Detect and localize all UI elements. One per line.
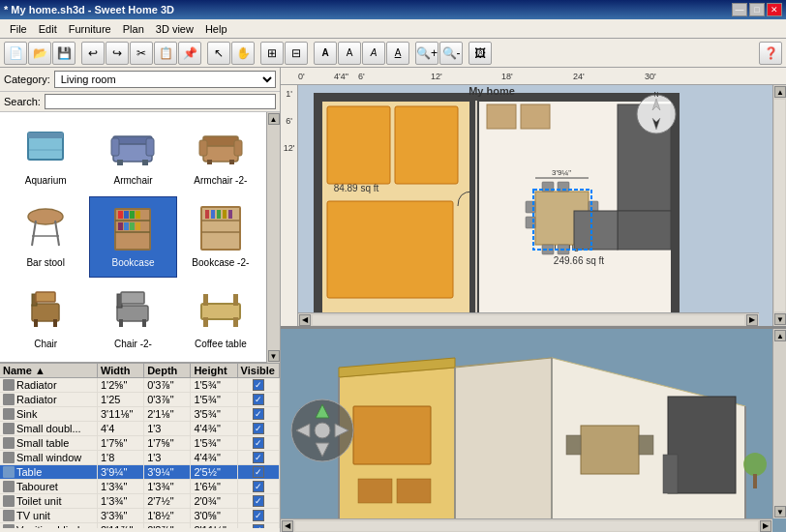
menu-item-plan[interactable]: Plan: [117, 22, 150, 36]
svg-line-16: [32, 221, 36, 246]
3d-h-scrollbar[interactable]: ◀ ▶: [281, 518, 772, 532]
copy-button[interactable]: 📋: [154, 42, 177, 65]
visibility-checkbox[interactable]: [253, 423, 264, 434]
table-row[interactable]: Small window 1'8 1'3 4'4¾": [0, 451, 280, 465]
furniture-item-armchair2[interactable]: Armchair -2-: [177, 114, 264, 196]
table-row[interactable]: TV unit 3'3⅜" 1'8½" 3'0⅝": [0, 509, 280, 523]
visibility-checkbox[interactable]: [253, 408, 264, 420]
furniture-item-aquarium[interactable]: Aquarium: [2, 114, 89, 196]
floorplan-canvas[interactable]: 84.89 sq ft Bedroom #1 Living room 249.6…: [298, 85, 772, 326]
visibility-checkbox[interactable]: [253, 379, 264, 391]
minimize-button[interactable]: —: [732, 3, 747, 16]
visibility-checkbox[interactable]: [253, 481, 264, 492]
visibility-checkbox[interactable]: [253, 452, 264, 463]
table-row[interactable]: Venitian blind 2'11⅞" 0'3⅞" 2'11¼": [0, 523, 280, 528]
3d-view[interactable]: ▲ ▼ ◀ ▶: [281, 329, 786, 532]
select-tool[interactable]: ↖: [207, 42, 230, 65]
visibility-checkbox[interactable]: [253, 437, 264, 449]
undo-button[interactable]: ↩: [81, 42, 105, 65]
ruler-mark-0: 0': [298, 72, 305, 81]
help-button[interactable]: ❓: [759, 42, 782, 65]
svg-rect-50: [233, 317, 238, 327]
svg-rect-7: [117, 160, 123, 165]
menu-item-edit[interactable]: Edit: [33, 22, 63, 36]
furniture-item-barstool[interactable]: Bar stool: [2, 196, 89, 279]
furniture-item-chair2[interactable]: Chair -2-: [89, 278, 176, 360]
close-button[interactable]: ✕: [767, 3, 782, 16]
cell-visible[interactable]: [238, 465, 280, 479]
cell-visible[interactable]: [238, 480, 280, 493]
add-wall-tool[interactable]: ⊞: [260, 42, 284, 65]
v-scrollbar[interactable]: ▲ ▼: [772, 85, 786, 326]
furniture-item-armchair[interactable]: Armchair: [89, 114, 176, 196]
cell-visible[interactable]: [238, 393, 280, 406]
armchair-icon: [106, 119, 160, 173]
text-tool-1[interactable]: A: [314, 42, 337, 65]
cell-visible[interactable]: [238, 451, 280, 464]
svg-rect-97: [353, 406, 431, 464]
zoom-in-button[interactable]: 🔍+: [415, 42, 438, 65]
col-depth[interactable]: Depth: [144, 364, 191, 377]
col-name[interactable]: Name ▲: [0, 364, 98, 377]
search-input[interactable]: [45, 94, 276, 109]
floorplan-view[interactable]: 0' 6' 12' 18' 24' 30' 4'4" 1' 6' 12': [281, 68, 786, 329]
save-button[interactable]: 💾: [52, 42, 76, 65]
row-icon: [3, 423, 15, 434]
cell-depth: 3'9¼": [144, 465, 191, 479]
furniture-item-bookcase[interactable]: Bookcase: [89, 196, 176, 279]
svg-text:N: N: [653, 91, 658, 98]
add-room-tool[interactable]: ⊟: [285, 42, 308, 65]
col-width[interactable]: Width: [98, 364, 144, 377]
category-select[interactable]: Living room Bedroom Kitchen Bathroom: [54, 71, 276, 88]
col-height[interactable]: Height: [191, 364, 237, 377]
menu-item-3d-view[interactable]: 3D view: [150, 22, 199, 36]
table-row[interactable]: Sink 3'11⅛" 2'1⅛" 3'5¾": [0, 407, 280, 422]
furniture-scrollbar[interactable]: ▲ ▼: [266, 112, 280, 363]
new-button[interactable]: 📄: [4, 42, 27, 65]
cell-visible[interactable]: [238, 494, 280, 508]
text-tool-3[interactable]: A: [362, 42, 385, 65]
cell-visible[interactable]: [238, 509, 280, 522]
table-row[interactable]: Radiator 1'25 0'3⅞" 1'5¾": [0, 393, 280, 407]
pan-tool[interactable]: ✋: [231, 42, 255, 65]
table-row[interactable]: Small table 1'7⅝" 1'7⅝" 1'5¾": [0, 436, 280, 451]
svg-rect-40: [36, 292, 55, 302]
text-tool-2[interactable]: A: [338, 42, 361, 65]
zoom-out-button[interactable]: 🔍-: [439, 42, 463, 65]
cell-visible[interactable]: [238, 436, 280, 450]
visibility-checkbox[interactable]: [253, 524, 264, 528]
visibility-checkbox[interactable]: [253, 466, 264, 478]
maximize-button[interactable]: □: [749, 3, 765, 16]
paste-button[interactable]: 📌: [178, 42, 201, 65]
text-tool-4[interactable]: A: [386, 42, 409, 65]
col-visible[interactable]: Visible: [238, 364, 280, 377]
svg-rect-41: [34, 319, 38, 327]
table-row[interactable]: Table 3'9¼" 3'9¼" 2'5½": [0, 465, 280, 480]
menu-item-furniture[interactable]: Furniture: [63, 22, 117, 36]
cell-visible[interactable]: [238, 523, 280, 528]
table-row[interactable]: Small doubl... 4'4 1'3 4'4¾": [0, 422, 280, 436]
table-row[interactable]: Toilet unit 1'3¾" 2'7½" 2'0¾": [0, 494, 280, 509]
furniture-item-chair[interactable]: Chair: [2, 278, 89, 360]
redo-button[interactable]: ↪: [106, 42, 129, 65]
3d-view-button[interactable]: 🖼: [469, 42, 492, 65]
table-row[interactable]: Tabouret 1'3¾" 1'3¾" 1'6⅛": [0, 480, 280, 494]
menu-item-file[interactable]: File: [4, 22, 33, 36]
furniture-item-coffeetable[interactable]: Coffee table: [177, 278, 264, 360]
cell-visible[interactable]: [238, 378, 280, 392]
visibility-checkbox[interactable]: [253, 510, 264, 521]
cell-depth: 0'3⅞": [144, 378, 191, 392]
menu-item-help[interactable]: Help: [199, 22, 233, 36]
furniture-item-bookcase2[interactable]: Bookcase -2-: [177, 196, 264, 279]
visibility-checkbox[interactable]: [253, 495, 264, 507]
table-row[interactable]: Radiator 1'2⅝" 0'3⅞" 1'5¾": [0, 378, 280, 393]
visibility-checkbox[interactable]: [253, 394, 264, 405]
cell-visible[interactable]: [238, 422, 280, 435]
cell-visible[interactable]: [238, 407, 280, 421]
dimension-label: 4'4": [334, 72, 348, 81]
h-scrollbar[interactable]: ◀ ▶: [298, 312, 759, 326]
open-button[interactable]: 📂: [28, 42, 51, 65]
svg-rect-100: [639, 435, 653, 455]
cut-button[interactable]: ✂: [130, 42, 153, 65]
3d-v-scrollbar[interactable]: ▲ ▼: [772, 329, 786, 518]
